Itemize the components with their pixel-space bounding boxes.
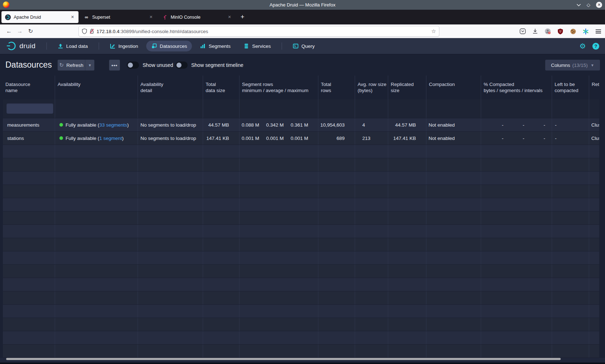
column-header-compaction[interactable]: Compaction bbox=[426, 76, 481, 99]
retention-cell[interactable]: Clus bbox=[589, 118, 599, 131]
refresh-dropdown-button[interactable]: ▼ bbox=[85, 60, 94, 70]
empty-cell bbox=[239, 345, 318, 358]
empty-cell bbox=[138, 198, 203, 211]
empty-cell bbox=[239, 211, 318, 224]
avg-row-size-cell: 4 bbox=[355, 118, 388, 131]
column-header-availability[interactable]: Availability bbox=[55, 76, 138, 99]
empty-cell bbox=[239, 305, 318, 318]
empty-cell bbox=[552, 198, 589, 211]
empty-cell bbox=[388, 172, 426, 185]
reload-button[interactable]: ↻ bbox=[25, 28, 36, 35]
new-tab-button[interactable]: + bbox=[237, 13, 248, 21]
maximize-icon[interactable]: ◇ bbox=[587, 2, 590, 8]
empty-cell bbox=[318, 185, 355, 198]
refresh-button[interactable]: ↻ Refresh bbox=[58, 60, 85, 70]
pocket-icon[interactable] bbox=[519, 28, 526, 35]
column-header-avg-row-size[interactable]: Avg. row size(bytes) bbox=[355, 76, 388, 99]
empty-cell bbox=[55, 225, 138, 238]
column-header-total-rows[interactable]: Totalrows bbox=[318, 76, 355, 99]
tab-minio-console[interactable]: MinIO Console ✕ bbox=[158, 11, 236, 23]
tab-superset[interactable]: ∞ Superset ✕ bbox=[80, 11, 157, 23]
back-button[interactable]: ← bbox=[4, 28, 14, 35]
druid-logo[interactable]: druid bbox=[0, 41, 42, 51]
column-header-datasource-name[interactable]: Datasourcename bbox=[3, 76, 55, 99]
left-to-be-compacted-cell: - bbox=[552, 118, 589, 131]
empty-cell bbox=[355, 211, 388, 224]
tab-close-icon[interactable]: ✕ bbox=[148, 14, 154, 20]
compaction-cell[interactable]: Not enabled bbox=[426, 118, 481, 131]
empty-cell bbox=[55, 198, 138, 211]
help-icon[interactable]: ? bbox=[592, 43, 599, 50]
column-header-retention[interactable]: Rete bbox=[589, 76, 599, 99]
empty-cell bbox=[239, 331, 318, 344]
column-header-segment-rows[interactable]: Segment rowsminimum / average / maximum bbox=[239, 76, 318, 99]
retention-cell[interactable]: Clus bbox=[589, 132, 599, 145]
empty-table-row bbox=[3, 305, 599, 318]
empty-cell bbox=[55, 331, 138, 344]
column-header-left-to-be-compacted[interactable]: Left to becompacted bbox=[552, 76, 589, 99]
minimize-icon[interactable] bbox=[577, 4, 581, 6]
columns-button[interactable]: Columns (13/15) ▼ bbox=[545, 60, 600, 70]
empty-cell bbox=[426, 331, 481, 344]
settings-gear-icon[interactable]: ⚙ bbox=[579, 42, 586, 50]
ublock-icon[interactable] bbox=[557, 28, 564, 35]
empty-cell bbox=[239, 185, 318, 198]
cookie-extension-icon[interactable] bbox=[570, 28, 576, 35]
tab-close-icon[interactable]: ✕ bbox=[70, 14, 76, 20]
nav-item-query[interactable]: Query bbox=[288, 41, 320, 51]
insecure-lock-icon[interactable] bbox=[89, 28, 94, 34]
segments-link[interactable]: 1 segment bbox=[99, 136, 122, 141]
empty-cell bbox=[589, 331, 599, 344]
downloads-icon[interactable] bbox=[532, 28, 538, 35]
empty-cell bbox=[3, 345, 55, 358]
nav-item-segments[interactable]: Segments bbox=[195, 41, 236, 51]
ingestion-icon bbox=[110, 43, 116, 49]
empty-cell bbox=[318, 172, 355, 185]
show-unused-toggle[interactable] bbox=[127, 62, 139, 69]
horizontal-scrollbar-thumb[interactable] bbox=[6, 358, 561, 360]
nav-item-datasources[interactable]: Datasources bbox=[146, 41, 192, 51]
more-actions-button[interactable]: ••• bbox=[109, 60, 120, 70]
url-bar[interactable]: 172.18.0.4:30899/unified-console.html#da… bbox=[79, 26, 439, 37]
compaction-cell[interactable]: Not enabled bbox=[426, 132, 481, 145]
empty-cell bbox=[426, 291, 481, 304]
tab-apache-druid[interactable]: Apache Druid ✕ bbox=[1, 11, 79, 23]
divider bbox=[282, 42, 282, 50]
empty-cell bbox=[55, 238, 138, 251]
show-segment-timeline-toggle[interactable] bbox=[175, 62, 188, 69]
column-header-replicated-size[interactable]: Replicatedsize bbox=[388, 76, 426, 99]
empty-cell bbox=[426, 238, 481, 251]
empty-cell bbox=[426, 278, 481, 291]
close-icon[interactable]: ✕ bbox=[596, 2, 602, 8]
spark-extension-icon[interactable] bbox=[582, 28, 589, 35]
datasource-name-cell[interactable]: stations bbox=[3, 132, 55, 145]
empty-cell bbox=[426, 265, 481, 278]
datasource-name-cell[interactable]: measurements bbox=[3, 118, 55, 131]
column-header-availability-detail[interactable]: Availabilitydetail bbox=[138, 76, 203, 99]
bookmark-star-icon[interactable]: ☆ bbox=[431, 28, 436, 35]
tab-close-icon[interactable]: ✕ bbox=[227, 14, 233, 20]
empty-cell bbox=[318, 265, 355, 278]
empty-table-row bbox=[3, 145, 599, 158]
column-header-pct-compacted[interactable]: % Compactedbytes / segments / intervals bbox=[481, 76, 552, 99]
minio-favicon bbox=[162, 14, 168, 20]
filter-row bbox=[3, 99, 599, 118]
segments-link[interactable]: 33 segments bbox=[99, 122, 127, 128]
column-header-total-data-size[interactable]: Totaldata size bbox=[203, 76, 239, 99]
show-unused-label: Show unused bbox=[143, 62, 173, 68]
empty-table-row bbox=[3, 278, 599, 291]
datasource-name-filter-input[interactable] bbox=[6, 103, 53, 114]
nav-item-services[interactable]: Services bbox=[238, 41, 276, 51]
empty-cell bbox=[481, 211, 552, 224]
nav-item-load-data[interactable]: Load data bbox=[53, 41, 93, 51]
account-extension-icon[interactable] bbox=[544, 28, 551, 35]
empty-cell bbox=[3, 145, 55, 158]
table-row-measurements[interactable]: measurements Fully available (33 segment… bbox=[3, 118, 599, 132]
empty-cell bbox=[55, 278, 138, 291]
nav-item-ingestion[interactable]: Ingestion bbox=[105, 41, 143, 51]
forward-button[interactable]: → bbox=[14, 28, 25, 35]
menu-icon[interactable] bbox=[595, 28, 601, 35]
empty-cell bbox=[589, 265, 599, 278]
shield-icon[interactable] bbox=[82, 28, 87, 34]
table-row-stations[interactable]: stations Fully available (1 segment) No … bbox=[3, 132, 599, 145]
